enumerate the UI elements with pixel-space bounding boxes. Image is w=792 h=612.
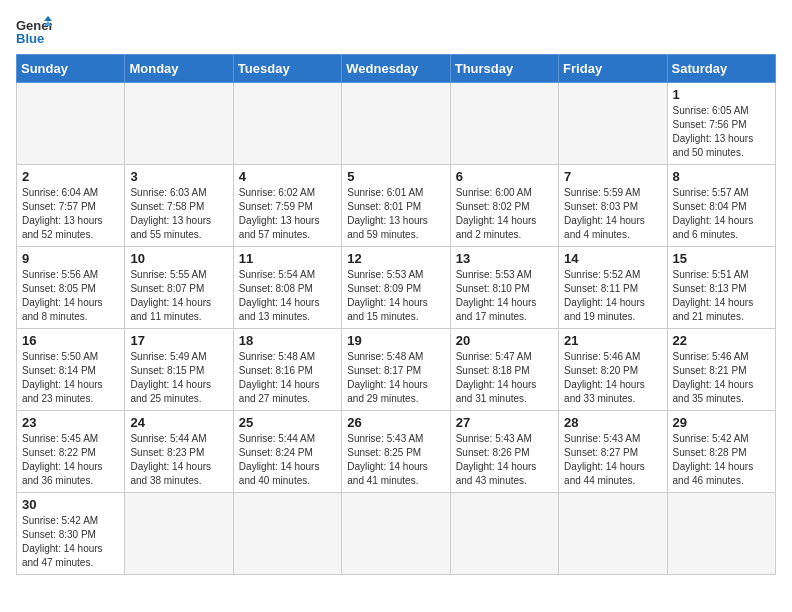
calendar-cell xyxy=(17,83,125,165)
day-info: Sunrise: 5:49 AMSunset: 8:15 PMDaylight:… xyxy=(130,350,227,406)
day-number: 23 xyxy=(22,415,119,430)
calendar-cell: 30Sunrise: 5:42 AMSunset: 8:30 PMDayligh… xyxy=(17,493,125,575)
calendar-cell xyxy=(559,493,667,575)
day-info: Sunrise: 5:48 AMSunset: 8:16 PMDaylight:… xyxy=(239,350,336,406)
day-info: Sunrise: 6:05 AMSunset: 7:56 PMDaylight:… xyxy=(673,104,770,160)
day-number: 20 xyxy=(456,333,553,348)
day-number: 13 xyxy=(456,251,553,266)
calendar-cell: 2Sunrise: 6:04 AMSunset: 7:57 PMDaylight… xyxy=(17,165,125,247)
day-number: 11 xyxy=(239,251,336,266)
calendar-cell: 16Sunrise: 5:50 AMSunset: 8:14 PMDayligh… xyxy=(17,329,125,411)
day-number: 28 xyxy=(564,415,661,430)
calendar: SundayMondayTuesdayWednesdayThursdayFrid… xyxy=(16,54,776,575)
logo: General Blue xyxy=(16,16,52,46)
calendar-cell: 4Sunrise: 6:02 AMSunset: 7:59 PMDaylight… xyxy=(233,165,341,247)
day-info: Sunrise: 5:55 AMSunset: 8:07 PMDaylight:… xyxy=(130,268,227,324)
calendar-cell: 11Sunrise: 5:54 AMSunset: 8:08 PMDayligh… xyxy=(233,247,341,329)
day-number: 16 xyxy=(22,333,119,348)
day-number: 14 xyxy=(564,251,661,266)
calendar-row: 1Sunrise: 6:05 AMSunset: 7:56 PMDaylight… xyxy=(17,83,776,165)
day-number: 29 xyxy=(673,415,770,430)
day-info: Sunrise: 5:46 AMSunset: 8:21 PMDaylight:… xyxy=(673,350,770,406)
day-info: Sunrise: 6:01 AMSunset: 8:01 PMDaylight:… xyxy=(347,186,444,242)
day-info: Sunrise: 6:00 AMSunset: 8:02 PMDaylight:… xyxy=(456,186,553,242)
calendar-cell xyxy=(342,83,450,165)
calendar-cell: 3Sunrise: 6:03 AMSunset: 7:58 PMDaylight… xyxy=(125,165,233,247)
day-info: Sunrise: 5:43 AMSunset: 8:27 PMDaylight:… xyxy=(564,432,661,488)
calendar-cell: 20Sunrise: 5:47 AMSunset: 8:18 PMDayligh… xyxy=(450,329,558,411)
day-number: 4 xyxy=(239,169,336,184)
calendar-cell: 15Sunrise: 5:51 AMSunset: 8:13 PMDayligh… xyxy=(667,247,775,329)
weekday-header-tuesday: Tuesday xyxy=(233,55,341,83)
calendar-cell: 6Sunrise: 6:00 AMSunset: 8:02 PMDaylight… xyxy=(450,165,558,247)
day-number: 7 xyxy=(564,169,661,184)
day-info: Sunrise: 5:44 AMSunset: 8:24 PMDaylight:… xyxy=(239,432,336,488)
day-number: 5 xyxy=(347,169,444,184)
day-number: 21 xyxy=(564,333,661,348)
day-info: Sunrise: 5:47 AMSunset: 8:18 PMDaylight:… xyxy=(456,350,553,406)
calendar-cell: 12Sunrise: 5:53 AMSunset: 8:09 PMDayligh… xyxy=(342,247,450,329)
weekday-header-sunday: Sunday xyxy=(17,55,125,83)
calendar-cell xyxy=(667,493,775,575)
day-number: 8 xyxy=(673,169,770,184)
weekday-header-friday: Friday xyxy=(559,55,667,83)
day-number: 2 xyxy=(22,169,119,184)
day-info: Sunrise: 5:45 AMSunset: 8:22 PMDaylight:… xyxy=(22,432,119,488)
weekday-header-row: SundayMondayTuesdayWednesdayThursdayFrid… xyxy=(17,55,776,83)
calendar-cell: 26Sunrise: 5:43 AMSunset: 8:25 PMDayligh… xyxy=(342,411,450,493)
day-info: Sunrise: 5:52 AMSunset: 8:11 PMDaylight:… xyxy=(564,268,661,324)
day-info: Sunrise: 5:54 AMSunset: 8:08 PMDaylight:… xyxy=(239,268,336,324)
day-number: 25 xyxy=(239,415,336,430)
day-info: Sunrise: 5:53 AMSunset: 8:10 PMDaylight:… xyxy=(456,268,553,324)
calendar-row: 23Sunrise: 5:45 AMSunset: 8:22 PMDayligh… xyxy=(17,411,776,493)
weekday-header-monday: Monday xyxy=(125,55,233,83)
day-number: 27 xyxy=(456,415,553,430)
day-number: 17 xyxy=(130,333,227,348)
day-info: Sunrise: 5:50 AMSunset: 8:14 PMDaylight:… xyxy=(22,350,119,406)
calendar-cell: 13Sunrise: 5:53 AMSunset: 8:10 PMDayligh… xyxy=(450,247,558,329)
day-info: Sunrise: 5:46 AMSunset: 8:20 PMDaylight:… xyxy=(564,350,661,406)
calendar-row: 30Sunrise: 5:42 AMSunset: 8:30 PMDayligh… xyxy=(17,493,776,575)
day-number: 12 xyxy=(347,251,444,266)
day-info: Sunrise: 5:53 AMSunset: 8:09 PMDaylight:… xyxy=(347,268,444,324)
calendar-cell: 29Sunrise: 5:42 AMSunset: 8:28 PMDayligh… xyxy=(667,411,775,493)
calendar-cell: 10Sunrise: 5:55 AMSunset: 8:07 PMDayligh… xyxy=(125,247,233,329)
calendar-cell: 7Sunrise: 5:59 AMSunset: 8:03 PMDaylight… xyxy=(559,165,667,247)
day-number: 30 xyxy=(22,497,119,512)
weekday-header-wednesday: Wednesday xyxy=(342,55,450,83)
calendar-row: 9Sunrise: 5:56 AMSunset: 8:05 PMDaylight… xyxy=(17,247,776,329)
day-info: Sunrise: 5:43 AMSunset: 8:25 PMDaylight:… xyxy=(347,432,444,488)
weekday-header-saturday: Saturday xyxy=(667,55,775,83)
calendar-cell: 1Sunrise: 6:05 AMSunset: 7:56 PMDaylight… xyxy=(667,83,775,165)
calendar-cell xyxy=(450,83,558,165)
day-number: 10 xyxy=(130,251,227,266)
weekday-header-thursday: Thursday xyxy=(450,55,558,83)
calendar-cell: 27Sunrise: 5:43 AMSunset: 8:26 PMDayligh… xyxy=(450,411,558,493)
calendar-cell xyxy=(450,493,558,575)
calendar-cell: 14Sunrise: 5:52 AMSunset: 8:11 PMDayligh… xyxy=(559,247,667,329)
calendar-row: 16Sunrise: 5:50 AMSunset: 8:14 PMDayligh… xyxy=(17,329,776,411)
calendar-cell: 18Sunrise: 5:48 AMSunset: 8:16 PMDayligh… xyxy=(233,329,341,411)
header: General Blue xyxy=(16,16,776,46)
calendar-cell: 28Sunrise: 5:43 AMSunset: 8:27 PMDayligh… xyxy=(559,411,667,493)
day-info: Sunrise: 5:59 AMSunset: 8:03 PMDaylight:… xyxy=(564,186,661,242)
calendar-cell: 23Sunrise: 5:45 AMSunset: 8:22 PMDayligh… xyxy=(17,411,125,493)
day-info: Sunrise: 5:42 AMSunset: 8:30 PMDaylight:… xyxy=(22,514,119,570)
day-info: Sunrise: 6:04 AMSunset: 7:57 PMDaylight:… xyxy=(22,186,119,242)
logo-icon: General Blue xyxy=(16,16,52,46)
day-number: 9 xyxy=(22,251,119,266)
calendar-cell: 25Sunrise: 5:44 AMSunset: 8:24 PMDayligh… xyxy=(233,411,341,493)
calendar-cell: 5Sunrise: 6:01 AMSunset: 8:01 PMDaylight… xyxy=(342,165,450,247)
calendar-cell: 8Sunrise: 5:57 AMSunset: 8:04 PMDaylight… xyxy=(667,165,775,247)
day-info: Sunrise: 5:42 AMSunset: 8:28 PMDaylight:… xyxy=(673,432,770,488)
day-info: Sunrise: 5:44 AMSunset: 8:23 PMDaylight:… xyxy=(130,432,227,488)
day-number: 6 xyxy=(456,169,553,184)
calendar-cell: 19Sunrise: 5:48 AMSunset: 8:17 PMDayligh… xyxy=(342,329,450,411)
calendar-cell: 21Sunrise: 5:46 AMSunset: 8:20 PMDayligh… xyxy=(559,329,667,411)
svg-text:Blue: Blue xyxy=(16,31,44,46)
calendar-cell: 24Sunrise: 5:44 AMSunset: 8:23 PMDayligh… xyxy=(125,411,233,493)
day-info: Sunrise: 5:51 AMSunset: 8:13 PMDaylight:… xyxy=(673,268,770,324)
day-info: Sunrise: 6:03 AMSunset: 7:58 PMDaylight:… xyxy=(130,186,227,242)
day-number: 15 xyxy=(673,251,770,266)
day-number: 1 xyxy=(673,87,770,102)
